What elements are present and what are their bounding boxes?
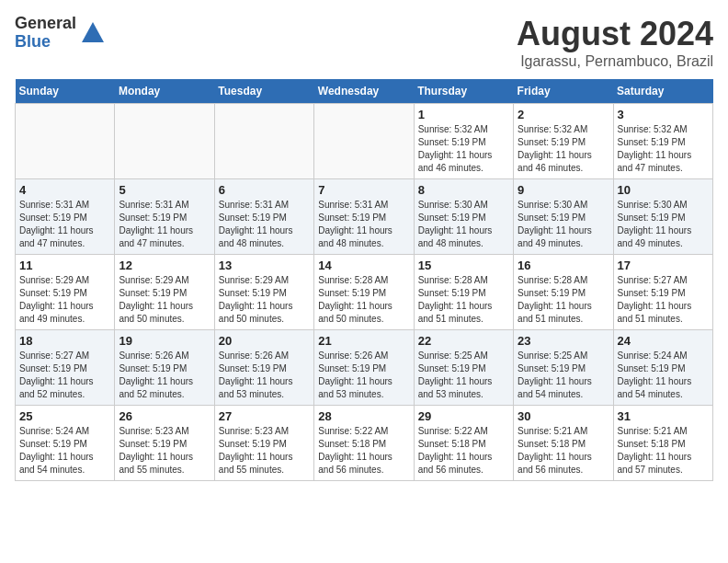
day-info: Sunrise: 5:23 AM Sunset: 5:19 PM Dayligh… [119, 425, 210, 477]
day-info: Sunrise: 5:26 AM Sunset: 5:19 PM Dayligh… [219, 350, 310, 401]
day-number: 25 [19, 409, 110, 423]
day-number: 4 [19, 183, 110, 197]
location-subtitle: Igarassu, Pernambuco, Brazil [517, 53, 713, 70]
day-info: Sunrise: 5:29 AM Sunset: 5:19 PM Dayligh… [219, 274, 310, 326]
day-info: Sunrise: 5:22 AM Sunset: 5:18 PM Dayligh… [418, 425, 509, 477]
day-info: Sunrise: 5:26 AM Sunset: 5:19 PM Dayligh… [318, 350, 409, 401]
calendar-table: SundayMondayTuesdayWednesdayThursdayFrid… [15, 79, 713, 481]
day-info: Sunrise: 5:27 AM Sunset: 5:19 PM Dayligh… [19, 350, 110, 401]
calendar-cell: 7Sunrise: 5:31 AM Sunset: 5:19 PM Daylig… [314, 179, 414, 255]
day-info: Sunrise: 5:22 AM Sunset: 5:18 PM Dayligh… [318, 425, 409, 477]
day-info: Sunrise: 5:23 AM Sunset: 5:19 PM Dayligh… [219, 425, 310, 477]
calendar-cell: 29Sunrise: 5:22 AM Sunset: 5:18 PM Dayli… [414, 406, 513, 481]
calendar-cell: 20Sunrise: 5:26 AM Sunset: 5:19 PM Dayli… [214, 330, 313, 406]
calendar-cell: 6Sunrise: 5:31 AM Sunset: 5:19 PM Daylig… [214, 179, 313, 255]
day-info: Sunrise: 5:31 AM Sunset: 5:19 PM Dayligh… [19, 199, 110, 250]
header-row: SundayMondayTuesdayWednesdayThursdayFrid… [16, 79, 713, 104]
day-info: Sunrise: 5:24 AM Sunset: 5:19 PM Dayligh… [618, 350, 709, 401]
header-day-saturday: Saturday [613, 79, 712, 104]
day-info: Sunrise: 5:32 AM Sunset: 5:19 PM Dayligh… [418, 123, 509, 175]
day-info: Sunrise: 5:27 AM Sunset: 5:19 PM Dayligh… [618, 274, 709, 326]
header-day-friday: Friday [514, 79, 613, 104]
day-info: Sunrise: 5:21 AM Sunset: 5:18 PM Dayligh… [518, 425, 609, 477]
day-info: Sunrise: 5:30 AM Sunset: 5:19 PM Dayligh… [518, 199, 609, 250]
calendar-cell: 30Sunrise: 5:21 AM Sunset: 5:18 PM Dayli… [514, 406, 613, 481]
day-number: 10 [618, 183, 709, 197]
calendar-week-3: 11Sunrise: 5:29 AM Sunset: 5:19 PM Dayli… [16, 255, 713, 330]
calendar-cell: 22Sunrise: 5:25 AM Sunset: 5:19 PM Dayli… [414, 330, 513, 406]
day-number: 19 [119, 334, 210, 348]
calendar-cell: 1Sunrise: 5:32 AM Sunset: 5:19 PM Daylig… [414, 104, 513, 179]
header-day-sunday: Sunday [16, 79, 115, 104]
day-number: 26 [119, 409, 210, 423]
calendar-cell: 17Sunrise: 5:27 AM Sunset: 5:19 PM Dayli… [613, 255, 712, 330]
day-info: Sunrise: 5:31 AM Sunset: 5:19 PM Dayligh… [219, 199, 310, 250]
calendar-cell: 12Sunrise: 5:29 AM Sunset: 5:19 PM Dayli… [115, 255, 214, 330]
header-day-monday: Monday [115, 79, 214, 104]
day-number: 12 [119, 259, 210, 272]
day-number: 1 [418, 108, 509, 121]
day-number: 16 [518, 259, 609, 272]
calendar-cell [115, 104, 214, 179]
calendar-cell: 13Sunrise: 5:29 AM Sunset: 5:19 PM Dayli… [214, 255, 313, 330]
day-info: Sunrise: 5:31 AM Sunset: 5:19 PM Dayligh… [119, 199, 210, 250]
day-number: 3 [618, 108, 709, 121]
day-number: 8 [418, 183, 509, 197]
day-info: Sunrise: 5:32 AM Sunset: 5:19 PM Dayligh… [518, 123, 609, 175]
calendar-cell: 9Sunrise: 5:30 AM Sunset: 5:19 PM Daylig… [514, 179, 613, 255]
day-number: 14 [318, 259, 409, 272]
calendar-cell: 10Sunrise: 5:30 AM Sunset: 5:19 PM Dayli… [613, 179, 712, 255]
calendar-body: 1Sunrise: 5:32 AM Sunset: 5:19 PM Daylig… [16, 104, 713, 481]
logo-icon [80, 20, 106, 46]
calendar-cell: 16Sunrise: 5:28 AM Sunset: 5:19 PM Dayli… [514, 255, 613, 330]
page-header: General Blue August 2024 Igarassu, Perna… [15, 15, 713, 70]
day-info: Sunrise: 5:29 AM Sunset: 5:19 PM Dayligh… [19, 274, 110, 326]
header-day-thursday: Thursday [414, 79, 513, 104]
month-year-title: August 2024 [517, 15, 713, 53]
calendar-week-1: 1Sunrise: 5:32 AM Sunset: 5:19 PM Daylig… [16, 104, 713, 179]
day-info: Sunrise: 5:28 AM Sunset: 5:19 PM Dayligh… [518, 274, 609, 326]
calendar-cell: 2Sunrise: 5:32 AM Sunset: 5:19 PM Daylig… [514, 104, 613, 179]
day-number: 30 [518, 409, 609, 423]
logo-general-text: General [15, 15, 76, 33]
logo: General Blue [15, 15, 106, 52]
day-info: Sunrise: 5:26 AM Sunset: 5:19 PM Dayligh… [119, 350, 210, 401]
day-number: 7 [318, 183, 409, 197]
calendar-cell: 4Sunrise: 5:31 AM Sunset: 5:19 PM Daylig… [16, 179, 115, 255]
calendar-cell: 21Sunrise: 5:26 AM Sunset: 5:19 PM Dayli… [314, 330, 414, 406]
calendar-cell: 11Sunrise: 5:29 AM Sunset: 5:19 PM Dayli… [16, 255, 115, 330]
day-number: 2 [518, 108, 609, 121]
day-number: 27 [219, 409, 310, 423]
day-info: Sunrise: 5:24 AM Sunset: 5:19 PM Dayligh… [19, 425, 110, 477]
day-info: Sunrise: 5:29 AM Sunset: 5:19 PM Dayligh… [119, 274, 210, 326]
calendar-cell [314, 104, 414, 179]
calendar-cell: 31Sunrise: 5:21 AM Sunset: 5:18 PM Dayli… [613, 406, 712, 481]
calendar-cell: 18Sunrise: 5:27 AM Sunset: 5:19 PM Dayli… [16, 330, 115, 406]
calendar-week-2: 4Sunrise: 5:31 AM Sunset: 5:19 PM Daylig… [16, 179, 713, 255]
day-number: 28 [318, 409, 409, 423]
calendar-cell: 5Sunrise: 5:31 AM Sunset: 5:19 PM Daylig… [115, 179, 214, 255]
calendar-cell: 3Sunrise: 5:32 AM Sunset: 5:19 PM Daylig… [613, 104, 712, 179]
day-number: 21 [318, 334, 409, 348]
calendar-cell: 26Sunrise: 5:23 AM Sunset: 5:19 PM Dayli… [115, 406, 214, 481]
day-info: Sunrise: 5:30 AM Sunset: 5:19 PM Dayligh… [618, 199, 709, 250]
calendar-week-5: 25Sunrise: 5:24 AM Sunset: 5:19 PM Dayli… [16, 406, 713, 481]
title-block: August 2024 Igarassu, Pernambuco, Brazil [517, 15, 713, 70]
day-number: 13 [219, 259, 310, 272]
day-number: 17 [618, 259, 709, 272]
day-number: 29 [418, 409, 509, 423]
day-info: Sunrise: 5:21 AM Sunset: 5:18 PM Dayligh… [618, 425, 709, 477]
day-number: 20 [219, 334, 310, 348]
calendar-cell [214, 104, 313, 179]
day-info: Sunrise: 5:25 AM Sunset: 5:19 PM Dayligh… [418, 350, 509, 401]
day-number: 18 [19, 334, 110, 348]
day-info: Sunrise: 5:30 AM Sunset: 5:19 PM Dayligh… [418, 199, 509, 250]
calendar-cell: 23Sunrise: 5:25 AM Sunset: 5:19 PM Dayli… [514, 330, 613, 406]
logo-blue-text: Blue [15, 33, 76, 52]
header-day-wednesday: Wednesday [314, 79, 414, 104]
calendar-cell: 14Sunrise: 5:28 AM Sunset: 5:19 PM Dayli… [314, 255, 414, 330]
day-number: 6 [219, 183, 310, 197]
day-number: 15 [418, 259, 509, 272]
day-number: 23 [518, 334, 609, 348]
calendar-cell: 27Sunrise: 5:23 AM Sunset: 5:19 PM Dayli… [214, 406, 313, 481]
